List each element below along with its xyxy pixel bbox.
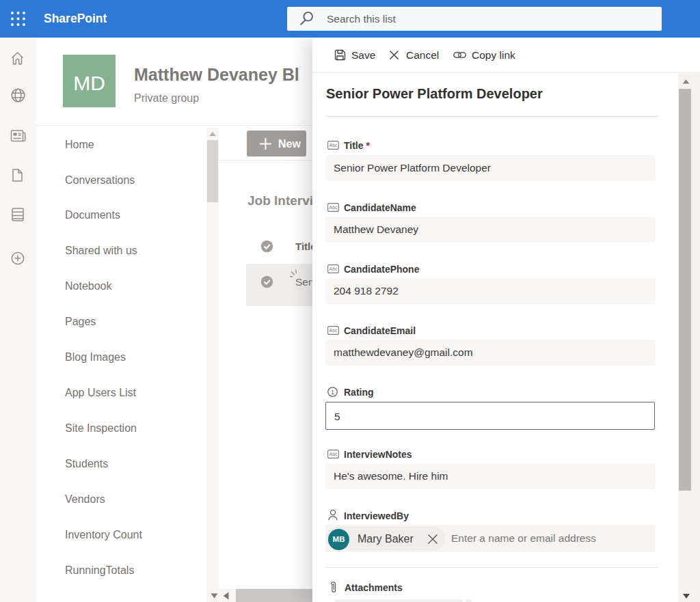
svg-text:Abc: Abc bbox=[329, 143, 338, 148]
svg-text:Abc: Abc bbox=[329, 452, 338, 456]
svg-text:Abc: Abc bbox=[329, 205, 338, 210]
svg-text:Abc: Abc bbox=[329, 328, 338, 333]
svg-text:Abc: Abc bbox=[329, 266, 338, 271]
svg-text:1: 1 bbox=[331, 389, 334, 396]
